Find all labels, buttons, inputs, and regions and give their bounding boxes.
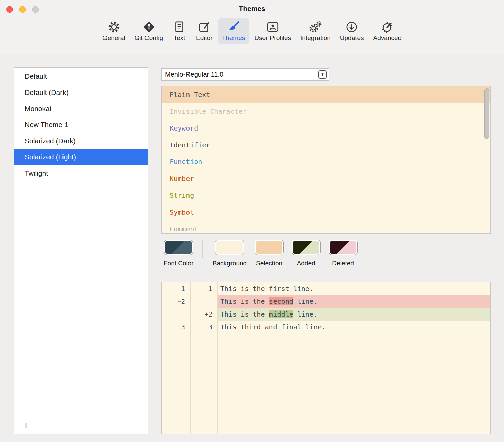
toolbar-item-text[interactable]: Text [168,18,191,44]
swatch-group-deleted: Deleted [329,240,358,267]
diff-column-divider [190,282,191,434]
diff-column-divider [217,282,218,434]
deleted-swatch[interactable] [329,240,358,255]
swatch-group-font-color: Font Color [164,240,194,267]
theme-item-default[interactable]: Default [14,68,148,84]
token-row-number[interactable]: Number [162,170,490,187]
font-picker-button[interactable]: T [318,70,327,79]
theme-list-panel: DefaultDefault (Dark)MonokaiNew Theme 1S… [14,67,148,434]
diff-word-highlight: second [269,297,293,305]
swatch-label: Selection [256,260,282,267]
diff-text-segment: This third and final line. [220,323,326,331]
theme-list-actions: + − [22,420,49,431]
toolbar-item-git-config[interactable]: Git Config [131,18,167,44]
preferences-toolbar: GeneralGit ConfigTextEditorThemesUser Pr… [0,18,504,44]
token-row-identifier[interactable]: Identifier [162,137,490,153]
integration-gears-icon [308,20,323,34]
swatch-group-added: Added [292,240,321,267]
diff-text-segment: This is the [220,297,269,305]
diff-text-segment: This is the [220,310,269,318]
font-field-value: Menlo-Regular 11.0 [165,71,318,78]
diff-old-line-number [162,308,190,321]
theme-item-solarized-light[interactable]: Solarized (Light) [14,149,148,165]
theme-item-monokai[interactable]: Monokai [14,101,148,117]
diff-text-segment: line. [293,310,318,318]
token-row-invisible-character[interactable]: Invisible Character [162,103,490,120]
toolbar-item-label: Themes [222,34,245,42]
toolbar-item-label: Advanced [373,34,402,42]
diff-row: −2This is the second line. [162,295,490,308]
titlebar: Themes GeneralGit ConfigTextEditorThemes… [0,0,504,54]
theme-item-twilight[interactable]: Twilight [14,165,148,181]
diff-line-text: This is the second line. [217,295,490,308]
toolbar-item-integration[interactable]: Integration [296,18,335,44]
swatch-separator [202,240,203,258]
theme-item-default-dark[interactable]: Default (Dark) [14,84,148,101]
diff-line-text: This is the first line. [217,282,490,295]
token-row-comment[interactable]: Comment [162,221,490,234]
user-profiles-card-icon [266,20,280,34]
toolbar-item-updates[interactable]: Updates [336,18,368,44]
background-swatch[interactable] [215,240,244,255]
toolbar-item-label: Integration [300,34,331,42]
diff-new-line-number: 1 [190,282,217,295]
toolbar-item-label: Git Config [135,34,163,42]
toolbar-item-label: Text [174,34,185,42]
theme-list: DefaultDefault (Dark)MonokaiNew Theme 1S… [14,68,148,181]
diff-preview: 11This is the first line.−2This is the s… [161,282,491,434]
swatch-label: Background [213,260,247,267]
font-field[interactable]: Menlo-Regular 11.0 T [161,68,329,81]
git-config-icon [142,20,156,34]
text-document-icon [172,20,186,34]
swatch-label: Deleted [332,260,354,267]
token-preview: Plain TextInvisible CharacterKeywordIden… [161,86,491,234]
toolbar-item-user-profiles[interactable]: User Profiles [250,18,295,44]
toolbar-item-label: User Profiles [254,34,291,42]
diff-old-line-number: −2 [162,295,190,308]
diff-text-segment: This is the first line. [220,285,313,293]
font-color-swatch[interactable] [164,240,193,255]
diff-new-line-number: +2 [190,308,217,321]
diff-rows: 11This is the first line.−2This is the s… [162,282,490,333]
token-row-function[interactable]: Function [162,153,490,170]
scrollbar-thumb[interactable] [484,88,489,139]
toolbar-item-editor[interactable]: Editor [192,18,217,44]
toolbar-item-advanced[interactable]: Advanced [369,18,406,44]
token-row-keyword[interactable]: Keyword [162,120,490,137]
color-swatches: Font ColorBackgroundSelectionAddedDelete… [164,240,358,267]
toolbar-item-label: Updates [340,34,364,42]
diff-row: +2This is the middle line. [162,308,490,321]
token-row-plain-text[interactable]: Plain Text [162,86,490,103]
swatch-label: Added [297,260,316,267]
window-title: Themes [0,5,504,13]
selection-swatch[interactable] [255,240,284,255]
swatch-label: Font Color [164,260,194,267]
diff-line-text: This is the middle line. [217,308,490,321]
toolbar-item-label: Editor [196,34,213,42]
diff-row: 11This is the first line. [162,282,490,295]
theme-item-new-theme-1[interactable]: New Theme 1 [14,117,148,133]
token-row-string[interactable]: String [162,187,490,204]
advanced-dial-icon [380,20,394,34]
editor-pencil-icon [197,20,211,34]
toolbar-item-label: General [102,34,125,42]
diff-new-line-number: 3 [190,321,217,333]
added-swatch[interactable] [292,240,321,255]
diff-new-line-number [190,295,217,308]
swatch-group-selection: Selection [255,240,284,267]
toolbar-item-general[interactable]: General [98,18,129,44]
token-row-symbol[interactable]: Symbol [162,204,490,221]
diff-text-segment: line. [293,297,318,305]
add-theme-button[interactable]: + [22,420,30,431]
theme-item-solarized-dark[interactable]: Solarized (Dark) [14,133,148,149]
general-gear-icon [107,20,121,34]
diff-old-line-number: 1 [162,282,190,295]
diff-old-line-number: 3 [162,321,190,333]
remove-theme-button[interactable]: − [41,420,49,431]
diff-line-text: This third and final line. [217,321,490,333]
toolbar-item-themes[interactable]: Themes [218,18,249,44]
updates-download-icon [345,20,359,34]
diff-row: 33This third and final line. [162,321,490,333]
themes-brush-icon [226,20,241,34]
token-rows: Plain TextInvisible CharacterKeywordIden… [162,86,490,234]
